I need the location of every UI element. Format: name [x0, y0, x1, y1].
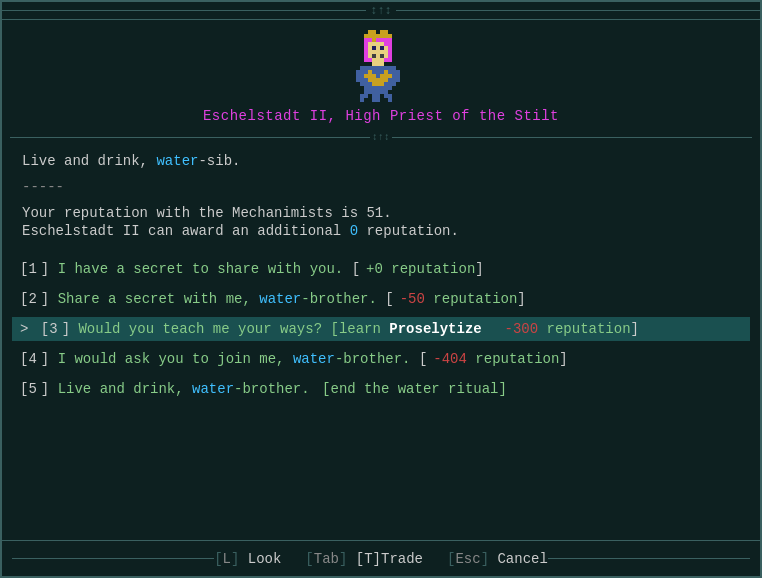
- selection-arrow: >: [20, 321, 37, 337]
- opt1-rep-label: reputation: [383, 261, 475, 277]
- look-key: L: [223, 551, 231, 567]
- opt4-water: water: [293, 351, 335, 367]
- option-2[interactable]: [ 2 ] Share a secret with me, water -bro…: [12, 287, 750, 311]
- opt3-keyword: Proselytize: [389, 321, 481, 337]
- cancel-label: Cancel: [497, 551, 547, 567]
- opt2-water: water: [259, 291, 301, 307]
- option-5[interactable]: [ 5 ] Live and drink, water -brother. [e…: [12, 377, 750, 401]
- top-border: ↕↑↕: [2, 2, 760, 20]
- greeting-line: Live and drink, water-sib.: [22, 153, 740, 169]
- action-bar-line-left: [12, 558, 214, 559]
- trade-label-text: Trade: [381, 551, 423, 567]
- greeting-text: Live and drink,: [22, 153, 156, 169]
- opt3-open: [: [41, 321, 49, 337]
- opt2-text-start: Share a secret with me,: [58, 291, 260, 307]
- award-end: reputation.: [358, 223, 459, 239]
- mid-line-right: [392, 137, 752, 138]
- opt5-num: 5: [28, 381, 36, 397]
- opt3-rep-label: reputation: [538, 321, 630, 337]
- middle-divider: ↕↑↕: [2, 129, 760, 145]
- opt4-rep-open: [: [419, 351, 427, 367]
- opt2-close: ]: [41, 291, 58, 307]
- opt4-rep-label: reputation: [467, 351, 559, 367]
- reputation-line: Your reputation with the Mechanimists is…: [22, 205, 740, 221]
- award-zero: 0: [350, 223, 358, 239]
- award-line: Eschelstadt II can award an additional 0…: [22, 223, 740, 239]
- portrait-area: Eschelstadt II, High Priest of the Stilt: [2, 20, 760, 129]
- border-line-right: [396, 10, 760, 11]
- opt2-rep: -50: [400, 291, 425, 307]
- options-area: [ 1 ] I have a secret to share with you.…: [2, 257, 760, 401]
- opt1-num: 1: [28, 261, 36, 277]
- option-3[interactable]: > [ 3 ] Would you teach me your ways? [l…: [12, 317, 750, 341]
- opt2-num: 2: [28, 291, 36, 307]
- greeting-water: water: [156, 153, 198, 169]
- action-bar: [ L ] Look [ Tab ] [T] Trade [ Esc ] Can…: [2, 540, 760, 576]
- mid-line-left: [10, 137, 370, 138]
- opt4-open: [: [20, 351, 28, 367]
- opt1-rep-close: ]: [475, 261, 483, 277]
- trade-bracket-close: ]: [339, 551, 347, 567]
- action-trade[interactable]: [ Tab ] [T] Trade: [305, 551, 423, 567]
- character-sprite: [356, 30, 406, 102]
- cancel-label-text: [489, 551, 497, 567]
- dialog-area: Live and drink, water-sib. ----- Your re…: [2, 145, 760, 257]
- opt4-num: 4: [28, 351, 36, 367]
- opt4-text-end: -brother.: [335, 351, 419, 367]
- action-look[interactable]: [ L ] Look: [214, 551, 281, 567]
- opt3-rep: -300: [488, 321, 538, 337]
- opt4-rep-close: ]: [559, 351, 567, 367]
- trade-bracket-open: [: [305, 551, 313, 567]
- trade-key-tab: Tab: [314, 551, 339, 567]
- opt3-rep-close: ]: [631, 321, 639, 337]
- look-bracket-close: ]: [231, 551, 239, 567]
- opt5-open: [: [20, 381, 28, 397]
- opt5-end-tag: [end the water ritual]: [322, 381, 507, 397]
- trade-key-t: [T]: [347, 551, 381, 567]
- opt4-rep: -404: [433, 351, 467, 367]
- game-window: ↕↑↕ Eschelstadt II, High Priest of the S…: [0, 0, 762, 578]
- opt1-open: [: [20, 261, 28, 277]
- opt5-text-end: -brother.: [234, 381, 318, 397]
- action-bar-center: [ L ] Look [ Tab ] [T] Trade [ Esc ] Can…: [214, 551, 548, 567]
- opt2-open: [: [20, 291, 28, 307]
- opt2-rep-open: [: [385, 291, 393, 307]
- character-name: Eschelstadt II, High Priest of the Stilt: [203, 108, 559, 124]
- opt1-rep-open: [: [352, 261, 360, 277]
- cancel-key: Esc: [455, 551, 480, 567]
- opt3-num: 3: [49, 321, 57, 337]
- action-bar-line-right: [548, 558, 750, 559]
- greeting-end: -sib.: [198, 153, 240, 169]
- option-4[interactable]: [ 4 ] I would ask you to join me, water …: [12, 347, 750, 371]
- option-1[interactable]: [ 1 ] I have a secret to share with you.…: [12, 257, 750, 281]
- opt2-text-end: -brother.: [301, 291, 385, 307]
- mid-ornament: ↕↑↕: [370, 132, 392, 143]
- look-label-text: Look: [248, 551, 282, 567]
- award-start: Eschelstadt II can award an additional: [22, 223, 350, 239]
- cancel-bracket-open: [: [447, 551, 455, 567]
- opt4-close: ]: [41, 351, 58, 367]
- look-label: [239, 551, 247, 567]
- look-bracket-open: [: [214, 551, 222, 567]
- opt1-close: ]: [41, 261, 58, 277]
- opt5-water: water: [192, 381, 234, 397]
- opt3-close: ]: [62, 321, 79, 337]
- divider-dashes: -----: [22, 179, 740, 195]
- opt1-rep: +0: [366, 261, 383, 277]
- cancel-bracket-close: ]: [481, 551, 489, 567]
- opt5-close: ]: [41, 381, 58, 397]
- opt1-text: I have a secret to share with you.: [58, 261, 352, 277]
- opt5-text-start: Live and drink,: [58, 381, 192, 397]
- action-cancel[interactable]: [ Esc ] Cancel: [447, 551, 548, 567]
- opt3-text-before: Would you teach me your ways? [learn: [78, 321, 389, 337]
- border-line-left: [2, 10, 366, 11]
- opt2-rep-close: ]: [517, 291, 525, 307]
- top-ornament: ↕↑↕: [366, 4, 396, 18]
- opt4-text-start: I would ask you to join me,: [58, 351, 293, 367]
- opt2-rep-label: reputation: [425, 291, 517, 307]
